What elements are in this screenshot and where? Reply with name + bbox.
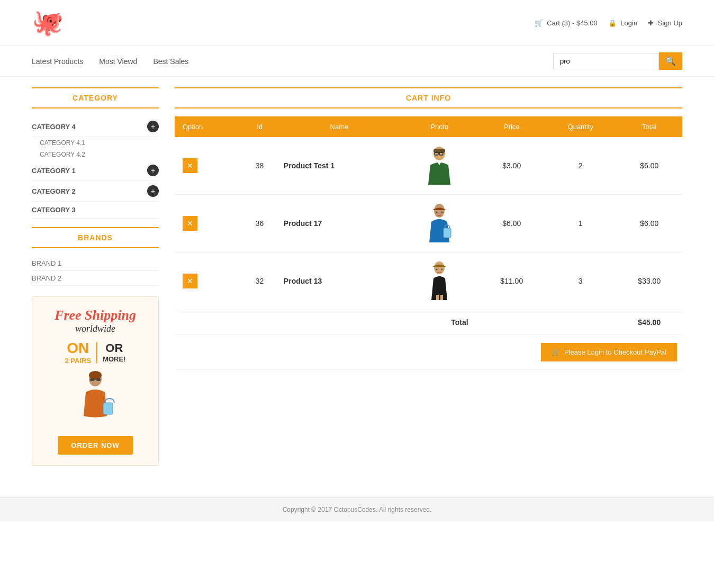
col-price: Price <box>479 116 545 137</box>
name-cell-2: Product 17 <box>278 195 400 252</box>
price-cell-1: $3.00 <box>479 137 545 195</box>
remove-item-3-button[interactable]: ✕ <box>183 274 197 288</box>
order-now-button[interactable]: ORDER NOW <box>58 436 132 455</box>
qty-cell-1: 2 <box>545 137 617 195</box>
col-photo: Photo <box>400 116 479 137</box>
total-cell-2: $6.00 <box>617 195 682 252</box>
cart-link[interactable]: Cart (3) - $45.00 <box>535 19 598 27</box>
banner-divider <box>96 342 97 363</box>
header: 🐙 Cart (3) - $45.00 Login Sign Up <box>0 0 714 46</box>
product-photo-2 <box>425 203 454 242</box>
name-cell-3: Product 13 <box>278 252 400 310</box>
plus-icon <box>648 19 656 27</box>
photo-cell-1 <box>400 137 479 195</box>
brand-item-2[interactable]: BRAND 2 <box>32 271 159 286</box>
header-right: Cart (3) - $45.00 Login Sign Up <box>535 19 682 27</box>
cart-table: Option Id Name Photo Price Quantity Tota… <box>175 116 682 370</box>
category-label-cat2: CATEGORY 2 <box>32 187 76 195</box>
search-input[interactable] <box>553 53 659 69</box>
footer: Copyright © 2017 OctopusCodes. All right… <box>0 497 714 521</box>
col-option: Option <box>175 116 241 137</box>
brand-item-1[interactable]: BRAND 1 <box>32 256 159 271</box>
banner-pairs: 2 PAIRS <box>65 357 92 366</box>
col-id: Id <box>241 116 278 137</box>
table-row: ✕ 36 Product 17 <box>175 195 682 252</box>
total-cell-1: $6.00 <box>617 137 682 195</box>
category-row-cat1[interactable]: CATEGORY 1 + <box>32 160 159 181</box>
price-cell-2: $6.00 <box>479 195 545 252</box>
expand-cat1-button[interactable]: + <box>147 165 159 176</box>
cart-content: CART INFO Option Id Name Photo Price Qua… <box>175 87 682 466</box>
svg-rect-5 <box>103 403 113 414</box>
search-box: 🔍 <box>553 52 682 70</box>
qty-cell-3: 3 <box>545 252 617 310</box>
banner-middle: ON 2 PAIRS OR MORE! <box>65 340 126 366</box>
category-row-cat3[interactable]: CATEGORY 3 <box>32 202 159 219</box>
nav-most-viewed[interactable]: Most Viewd <box>99 57 137 66</box>
total-value-cell: $45.00 <box>617 310 682 335</box>
nav-latest[interactable]: Latest Products <box>32 57 83 66</box>
svg-point-12 <box>441 155 442 156</box>
checkout-button[interactable]: Please Login to Checkout PayPal <box>541 343 677 361</box>
photo-cell-2 <box>400 195 479 252</box>
id-cell-1: 38 <box>241 137 278 195</box>
logo: 🐙 <box>32 8 64 38</box>
total-label-cell: Total <box>175 310 479 335</box>
remove-cell-3: ✕ <box>175 252 241 310</box>
nav-links: Latest Products Most Viewd Best Sales <box>32 57 188 66</box>
signup-label: Sign Up <box>658 19 682 27</box>
logo-icon: 🐙 <box>32 8 64 38</box>
col-total: Total <box>617 116 682 137</box>
category-label-cat3: CATEGORY 3 <box>32 206 76 214</box>
banner-subtitle: worldwide <box>55 323 136 334</box>
category-sub-4-2[interactable]: CATEGORY 4.2 <box>32 149 159 160</box>
category-row-cat2[interactable]: CATEGORY 2 + <box>32 181 159 202</box>
table-row: ✕ 32 Product 13 <box>175 252 682 310</box>
svg-rect-18 <box>436 295 439 300</box>
lock-icon <box>608 19 619 27</box>
product-photo-1 <box>425 145 454 185</box>
expand-cat2-button[interactable]: + <box>147 185 159 197</box>
svg-rect-3 <box>96 378 101 381</box>
col-name: Name <box>278 116 400 137</box>
id-cell-2: 36 <box>241 195 278 252</box>
category-row-cat4[interactable]: CATEGORY 4 + <box>32 116 159 137</box>
category-sub-4-1[interactable]: CATEGORY 4.1 <box>32 137 159 149</box>
svg-point-21 <box>441 269 442 270</box>
svg-point-1 <box>89 371 102 379</box>
svg-rect-19 <box>440 295 443 300</box>
signup-link[interactable]: Sign Up <box>648 19 682 27</box>
banner-on: ON <box>65 340 92 357</box>
banner-figure <box>74 371 116 436</box>
id-cell-3: 32 <box>241 252 278 310</box>
search-button[interactable]: 🔍 <box>659 52 682 70</box>
sidebar: CATEGORY CATEGORY 4 + CATEGORY 4.1 CATEG… <box>32 87 159 466</box>
login-link[interactable]: Login <box>608 19 637 27</box>
remove-item-2-button[interactable]: ✕ <box>183 216 197 231</box>
banner-more: MORE! <box>103 355 125 364</box>
nav-best-sales[interactable]: Best Sales <box>153 57 188 66</box>
banner-title: Free Shipping <box>55 307 136 323</box>
price-cell-3: $11.00 <box>479 252 545 310</box>
remove-cell-1: ✕ <box>175 137 241 195</box>
cart-header-row: Option Id Name Photo Price Quantity Tota… <box>175 116 682 137</box>
svg-point-16 <box>441 212 442 213</box>
table-row: ✕ 38 Product Test 1 <box>175 137 682 195</box>
cart-title: CART INFO <box>175 87 682 108</box>
checkout-row: Please Login to Checkout PayPal <box>175 335 682 370</box>
svg-point-11 <box>436 155 437 156</box>
expand-cat4-button[interactable]: + <box>147 121 159 132</box>
qty-cell-2: 1 <box>545 195 617 252</box>
remove-item-1-button[interactable]: ✕ <box>183 158 197 173</box>
category-item-cat4: CATEGORY 4 + CATEGORY 4.1 CATEGORY 4.2 <box>32 116 159 160</box>
photo-cell-3 <box>400 252 479 310</box>
total-row: Total $45.00 <box>175 310 682 335</box>
col-quantity: Quantity <box>545 116 617 137</box>
product-photo-3 <box>425 260 454 300</box>
category-label-cat4: CATEGORY 4 <box>32 123 76 131</box>
category-label-cat1: CATEGORY 1 <box>32 167 76 175</box>
main-content: CATEGORY CATEGORY 4 + CATEGORY 4.1 CATEG… <box>0 77 714 476</box>
name-cell-1: Product Test 1 <box>278 137 400 195</box>
banner-or: OR <box>103 341 125 355</box>
footer-text: Copyright © 2017 OctopusCodes. All right… <box>283 506 432 513</box>
